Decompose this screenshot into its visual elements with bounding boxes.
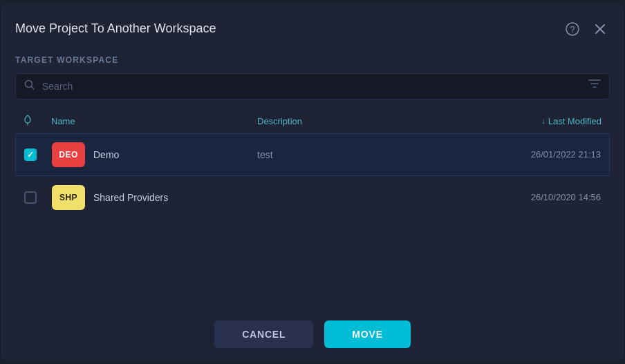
checkmark-icon: ✓ <box>27 150 34 160</box>
workspace-name: Demo <box>93 149 119 160</box>
move-button[interactable]: MOVE <box>324 320 410 348</box>
search-bar <box>15 73 610 99</box>
filter-icon[interactable] <box>588 79 601 93</box>
row-checkbox[interactable] <box>24 191 52 204</box>
section-label: TARGET WORKSPACE <box>15 55 610 65</box>
dialog-footer: CANCEL MOVE <box>15 312 610 348</box>
move-project-dialog: Move Project To Another Workspace ? TARG… <box>1 3 624 362</box>
svg-line-5 <box>32 87 35 90</box>
workspace-badge-shp: SHP <box>52 185 85 210</box>
col-name-label: Name <box>51 116 75 126</box>
date-cell: 26/10/2020 14:56 <box>463 192 601 202</box>
dialog-title: Move Project To Another Workspace <box>15 21 216 36</box>
col-description-label: Description <box>257 116 302 126</box>
date-cell: 26/01/2022 21:13 <box>463 149 601 160</box>
dialog-header: Move Project To Another Workspace ? <box>15 19 610 39</box>
col-header-checkbox <box>24 115 51 128</box>
checkbox-checked: ✓ <box>24 149 37 161</box>
workspace-name-cell: SHP Shared Providers <box>52 185 257 210</box>
col-header-description: Description <box>257 115 463 128</box>
workspace-name: Shared Providers <box>93 192 168 203</box>
close-button[interactable] <box>590 19 610 39</box>
workspace-badge-deo: DEO <box>52 142 85 167</box>
sort-arrow-icon: ↓ <box>541 117 545 125</box>
search-input[interactable] <box>42 81 581 92</box>
workspace-name-cell: DEO Demo <box>52 142 257 167</box>
svg-text:?: ? <box>570 25 575 35</box>
table-header: Name Description ↓ Last Modified <box>15 111 610 132</box>
table-body: ✓ DEO Demo test 26/01/2022 21:13 SHP Sha <box>15 133 610 285</box>
col-header-last-modified[interactable]: ↓ Last Modified <box>463 115 601 128</box>
pin-icon <box>24 115 32 128</box>
col-last-modified-label: Last Modified <box>548 116 601 126</box>
col-header-name: Name <box>51 115 257 128</box>
help-button[interactable]: ? <box>563 19 582 39</box>
description-cell: test <box>257 149 463 160</box>
table-row[interactable]: SHP Shared Providers 26/10/2020 14:56 <box>15 176 610 219</box>
header-icons: ? <box>563 19 610 39</box>
search-icon <box>24 79 35 93</box>
table-row[interactable]: ✓ DEO Demo test 26/01/2022 21:13 <box>15 133 610 176</box>
cancel-button[interactable]: CANCEL <box>214 320 313 348</box>
checkbox-unchecked <box>24 191 37 204</box>
row-checkbox[interactable]: ✓ <box>24 149 52 161</box>
